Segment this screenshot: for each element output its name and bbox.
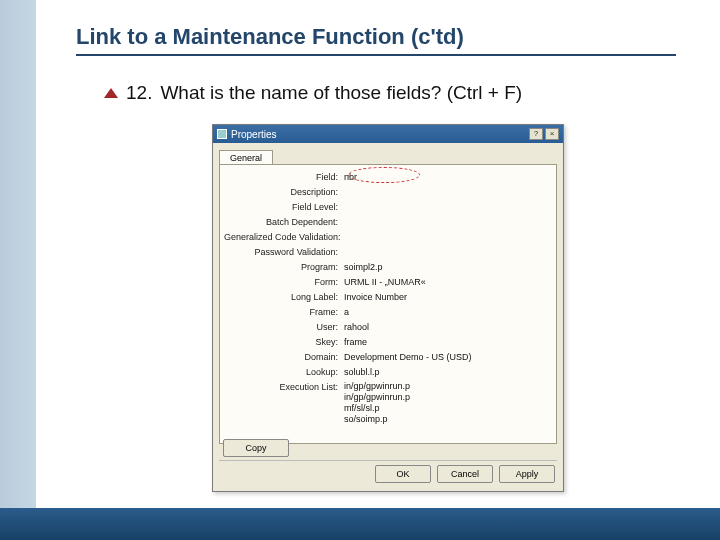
prop-row: Generalized Code Validation: [224,231,552,243]
prop-label-program: Program: [224,261,344,273]
prop-value-field: nbr [344,171,552,183]
prop-label-description: Description: [224,186,344,198]
dialog-title: Properties [231,129,277,140]
prop-value-lookup: solubl.l.p [344,366,552,378]
prop-row: Password Validation: [224,246,552,258]
slide-left-accent [0,0,36,540]
ok-button[interactable]: OK [375,465,431,483]
prop-label-lookup: Lookup: [224,366,344,378]
prop-row: Description: [224,186,552,198]
dialog-titlebar[interactable]: Properties ? × [213,125,563,143]
prop-row: Execution List: in/gp/gpwinrun.p in/gp/g… [224,381,552,425]
prop-label-batch: Batch Dependent: [224,216,344,228]
help-button[interactable]: ? [529,128,543,140]
prop-value-program: soimpl2.p [344,261,552,273]
title-underline [76,54,676,56]
prop-row: Field: nbr [224,171,552,183]
prop-label-longlabel: Long Label: [224,291,344,303]
prop-label-password: Password Validation: [224,246,344,258]
prop-value-skey: frame [344,336,552,348]
prop-label-frame: Frame: [224,306,344,318]
prop-label-user: User: [224,321,344,333]
prop-value-domain: Development Demo - US (USD) [344,351,552,363]
prop-row: Form: URML II - „NUMAR« [224,276,552,288]
prop-row: Program: soimpl2.p [224,261,552,273]
window-icon [217,129,227,139]
prop-label-domain: Domain: [224,351,344,363]
prop-value-user: rahool [344,321,552,333]
tab-strip: General [219,149,557,164]
prop-row: User: rahool [224,321,552,333]
tab-general[interactable]: General [219,150,273,165]
bullet-text: What is the name of those fields? (Ctrl … [160,82,522,104]
prop-row: Long Label: Invoice Number [224,291,552,303]
prop-row: Domain: Development Demo - US (USD) [224,351,552,363]
prop-value-frame: a [344,306,552,318]
prop-row: Batch Dependent: [224,216,552,228]
prop-label-gencode: Generalized Code Validation: [224,231,344,243]
properties-dialog: Properties ? × General Field: nbr Descri… [212,124,564,492]
prop-row: Skey: frame [224,336,552,348]
prop-value-longlabel: Invoice Number [344,291,552,303]
prop-value-form: URML II - „NUMAR« [344,276,552,288]
prop-label-skey: Skey: [224,336,344,348]
prop-label-fieldlevel: Field Level: [224,201,344,213]
close-button[interactable]: × [545,128,559,140]
prop-row: Lookup: solubl.l.p [224,366,552,378]
bullet-row: 12. What is the name of those fields? (C… [104,82,522,104]
slide-bottom-bar [0,508,720,540]
prop-label-form: Form: [224,276,344,288]
prop-label-execlist: Execution List: [224,381,344,393]
apply-button[interactable]: Apply [499,465,555,483]
dialog-separator [219,460,557,461]
copy-button[interactable]: Copy [223,439,289,457]
cancel-button[interactable]: Cancel [437,465,493,483]
prop-label-field: Field: [224,171,344,183]
prop-row: Field Level: [224,201,552,213]
bullet-number: 12. [126,82,152,104]
tab-panel-general: Field: nbr Description: Field Level: Bat… [219,164,557,444]
slide-title: Link to a Maintenance Function (c'td) [76,24,464,50]
bullet-icon [104,88,118,98]
dialog-button-row: OK Cancel Apply [375,465,555,483]
prop-value-execlist: in/gp/gpwinrun.p in/gp/gpwinrun.p mf/sl/… [344,381,552,425]
prop-row: Frame: a [224,306,552,318]
